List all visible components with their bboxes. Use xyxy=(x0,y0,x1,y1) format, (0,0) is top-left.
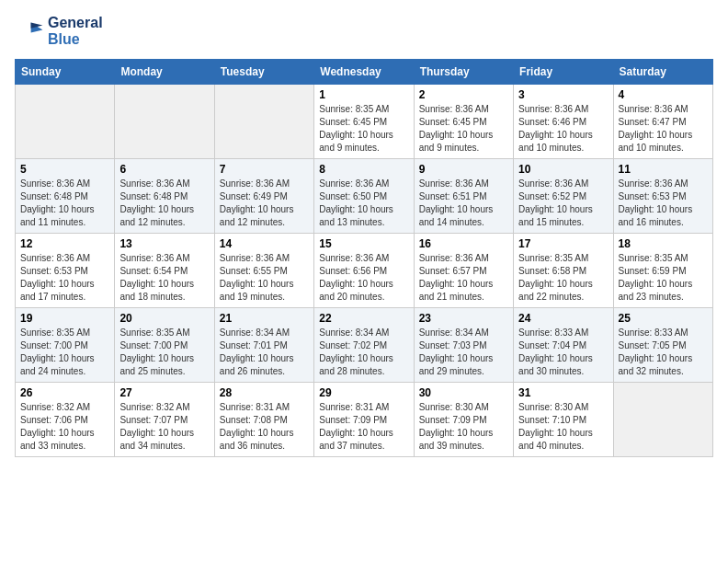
calendar-cell: 30Sunrise: 8:30 AM Sunset: 7:09 PM Dayli… xyxy=(414,383,513,457)
day-number: 1 xyxy=(319,88,408,101)
svg-rect-0 xyxy=(15,17,44,46)
day-number: 7 xyxy=(220,163,309,176)
day-info: Sunrise: 8:35 AM Sunset: 6:58 PM Dayligh… xyxy=(518,252,608,304)
day-number: 26 xyxy=(20,386,109,399)
day-info: Sunrise: 8:36 AM Sunset: 6:52 PM Dayligh… xyxy=(518,178,608,229)
day-number: 4 xyxy=(619,88,708,101)
calendar-week-3: 12Sunrise: 8:36 AM Sunset: 6:53 PM Dayli… xyxy=(16,234,713,308)
day-info: Sunrise: 8:36 AM Sunset: 6:49 PM Dayligh… xyxy=(220,178,309,229)
calendar-week-5: 26Sunrise: 8:32 AM Sunset: 7:06 PM Dayli… xyxy=(16,383,713,457)
day-info: Sunrise: 8:31 AM Sunset: 7:09 PM Dayligh… xyxy=(319,401,408,453)
day-info: Sunrise: 8:36 AM Sunset: 6:48 PM Dayligh… xyxy=(20,178,109,229)
calendar-cell: 1Sunrise: 8:35 AM Sunset: 6:45 PM Daylig… xyxy=(314,85,414,159)
calendar-cell: 6Sunrise: 8:36 AM Sunset: 6:48 PM Daylig… xyxy=(115,159,214,234)
calendar-cell: 28Sunrise: 8:31 AM Sunset: 7:08 PM Dayli… xyxy=(214,383,313,457)
calendar-cell: 25Sunrise: 8:33 AM Sunset: 7:05 PM Dayli… xyxy=(613,308,712,383)
day-number: 19 xyxy=(20,312,109,325)
day-info: Sunrise: 8:31 AM Sunset: 7:08 PM Dayligh… xyxy=(220,401,309,453)
calendar-cell: 2Sunrise: 8:36 AM Sunset: 6:45 PM Daylig… xyxy=(414,85,513,159)
day-number: 16 xyxy=(419,237,508,250)
calendar-week-1: 1Sunrise: 8:35 AM Sunset: 6:45 PM Daylig… xyxy=(16,85,713,159)
day-info: Sunrise: 8:35 AM Sunset: 6:59 PM Dayligh… xyxy=(619,252,708,304)
day-info: Sunrise: 8:36 AM Sunset: 6:53 PM Dayligh… xyxy=(619,178,708,229)
day-header-thursday: Thursday xyxy=(414,60,513,85)
logo: General Blue xyxy=(15,15,103,48)
day-number: 27 xyxy=(119,386,209,399)
day-number: 29 xyxy=(319,386,408,399)
day-info: Sunrise: 8:36 AM Sunset: 6:57 PM Dayligh… xyxy=(419,252,508,304)
day-number: 23 xyxy=(419,312,508,325)
calendar-cell: 7Sunrise: 8:36 AM Sunset: 6:49 PM Daylig… xyxy=(214,159,313,234)
day-number: 10 xyxy=(518,163,608,176)
calendar-cell: 26Sunrise: 8:32 AM Sunset: 7:06 PM Dayli… xyxy=(16,383,115,457)
day-info: Sunrise: 8:32 AM Sunset: 7:07 PM Dayligh… xyxy=(119,401,209,453)
calendar-cell xyxy=(16,85,115,159)
calendar-cell: 31Sunrise: 8:30 AM Sunset: 7:10 PM Dayli… xyxy=(514,383,613,457)
calendar-cell xyxy=(115,85,214,159)
calendar-cell: 12Sunrise: 8:36 AM Sunset: 6:53 PM Dayli… xyxy=(16,234,115,308)
calendar-cell: 15Sunrise: 8:36 AM Sunset: 6:56 PM Dayli… xyxy=(314,234,414,308)
calendar-table: SundayMondayTuesdayWednesdayThursdayFrid… xyxy=(15,59,713,457)
day-number: 28 xyxy=(220,386,309,399)
calendar-cell: 14Sunrise: 8:36 AM Sunset: 6:55 PM Dayli… xyxy=(214,234,313,308)
day-number: 21 xyxy=(220,312,309,325)
day-number: 25 xyxy=(619,312,708,325)
calendar-header-row: SundayMondayTuesdayWednesdayThursdayFrid… xyxy=(16,60,713,85)
calendar-cell: 3Sunrise: 8:36 AM Sunset: 6:46 PM Daylig… xyxy=(514,85,613,159)
calendar-cell: 19Sunrise: 8:35 AM Sunset: 7:00 PM Dayli… xyxy=(16,308,115,383)
day-header-sunday: Sunday xyxy=(16,60,115,85)
logo-icon xyxy=(15,17,44,46)
calendar-cell: 27Sunrise: 8:32 AM Sunset: 7:07 PM Dayli… xyxy=(115,383,214,457)
calendar-cell: 18Sunrise: 8:35 AM Sunset: 6:59 PM Dayli… xyxy=(613,234,712,308)
day-info: Sunrise: 8:30 AM Sunset: 7:09 PM Dayligh… xyxy=(419,401,508,453)
day-info: Sunrise: 8:36 AM Sunset: 6:50 PM Dayligh… xyxy=(319,178,408,229)
day-info: Sunrise: 8:33 AM Sunset: 7:04 PM Dayligh… xyxy=(518,327,608,378)
day-number: 8 xyxy=(319,163,408,176)
day-number: 17 xyxy=(518,237,608,250)
calendar-cell: 8Sunrise: 8:36 AM Sunset: 6:50 PM Daylig… xyxy=(314,159,414,234)
day-number: 2 xyxy=(419,88,508,101)
calendar-cell: 4Sunrise: 8:36 AM Sunset: 6:47 PM Daylig… xyxy=(613,85,712,159)
day-info: Sunrise: 8:34 AM Sunset: 7:01 PM Dayligh… xyxy=(220,327,309,378)
day-number: 14 xyxy=(220,237,309,250)
day-info: Sunrise: 8:35 AM Sunset: 6:45 PM Dayligh… xyxy=(319,103,408,155)
calendar-cell: 16Sunrise: 8:36 AM Sunset: 6:57 PM Dayli… xyxy=(414,234,513,308)
day-info: Sunrise: 8:36 AM Sunset: 6:55 PM Dayligh… xyxy=(220,252,309,304)
day-info: Sunrise: 8:32 AM Sunset: 7:06 PM Dayligh… xyxy=(20,401,109,453)
day-header-tuesday: Tuesday xyxy=(214,60,313,85)
day-info: Sunrise: 8:36 AM Sunset: 6:51 PM Dayligh… xyxy=(419,178,508,229)
day-number: 24 xyxy=(518,312,608,325)
calendar-cell: 17Sunrise: 8:35 AM Sunset: 6:58 PM Dayli… xyxy=(514,234,613,308)
calendar-cell: 11Sunrise: 8:36 AM Sunset: 6:53 PM Dayli… xyxy=(613,159,712,234)
day-info: Sunrise: 8:36 AM Sunset: 6:53 PM Dayligh… xyxy=(20,252,109,304)
day-info: Sunrise: 8:35 AM Sunset: 7:00 PM Dayligh… xyxy=(119,327,209,378)
day-number: 12 xyxy=(20,237,109,250)
day-info: Sunrise: 8:36 AM Sunset: 6:48 PM Dayligh… xyxy=(119,178,209,229)
calendar-cell: 29Sunrise: 8:31 AM Sunset: 7:09 PM Dayli… xyxy=(314,383,414,457)
calendar-cell xyxy=(214,85,313,159)
day-number: 18 xyxy=(619,237,708,250)
calendar-cell: 23Sunrise: 8:34 AM Sunset: 7:03 PM Dayli… xyxy=(414,308,513,383)
calendar-cell xyxy=(613,383,712,457)
day-info: Sunrise: 8:36 AM Sunset: 6:46 PM Dayligh… xyxy=(518,103,608,155)
day-number: 3 xyxy=(518,88,608,101)
day-info: Sunrise: 8:36 AM Sunset: 6:47 PM Dayligh… xyxy=(619,103,708,155)
day-number: 6 xyxy=(119,163,209,176)
day-info: Sunrise: 8:36 AM Sunset: 6:54 PM Dayligh… xyxy=(119,252,209,304)
calendar-cell: 5Sunrise: 8:36 AM Sunset: 6:48 PM Daylig… xyxy=(16,159,115,234)
day-number: 31 xyxy=(518,386,608,399)
day-number: 22 xyxy=(319,312,408,325)
day-number: 5 xyxy=(20,163,109,176)
calendar-cell: 10Sunrise: 8:36 AM Sunset: 6:52 PM Dayli… xyxy=(514,159,613,234)
day-info: Sunrise: 8:35 AM Sunset: 7:00 PM Dayligh… xyxy=(20,327,109,378)
calendar-cell: 24Sunrise: 8:33 AM Sunset: 7:04 PM Dayli… xyxy=(514,308,613,383)
calendar-cell: 21Sunrise: 8:34 AM Sunset: 7:01 PM Dayli… xyxy=(214,308,313,383)
day-header-saturday: Saturday xyxy=(613,60,712,85)
day-number: 30 xyxy=(419,386,508,399)
day-header-monday: Monday xyxy=(115,60,214,85)
calendar-cell: 13Sunrise: 8:36 AM Sunset: 6:54 PM Dayli… xyxy=(115,234,214,308)
calendar-week-2: 5Sunrise: 8:36 AM Sunset: 6:48 PM Daylig… xyxy=(16,159,713,234)
logo-text: General Blue xyxy=(48,15,103,48)
day-info: Sunrise: 8:34 AM Sunset: 7:02 PM Dayligh… xyxy=(319,327,408,378)
calendar-cell: 20Sunrise: 8:35 AM Sunset: 7:00 PM Dayli… xyxy=(115,308,214,383)
